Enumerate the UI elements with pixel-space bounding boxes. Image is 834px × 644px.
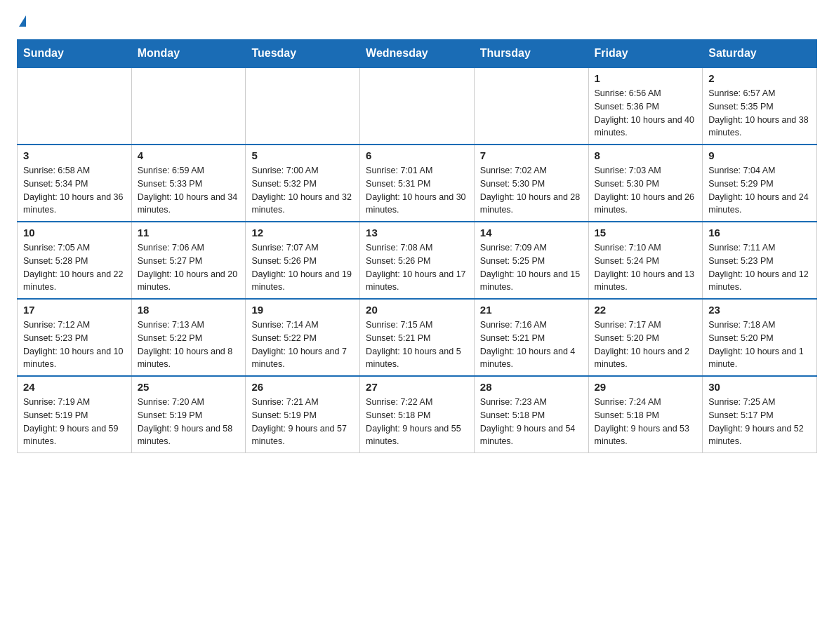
calendar-day-cell: 6Sunrise: 7:01 AMSunset: 5:31 PMDaylight… — [360, 145, 475, 222]
calendar-day-cell — [246, 67, 360, 145]
calendar-day-cell: 12Sunrise: 7:07 AMSunset: 5:26 PMDayligh… — [246, 222, 360, 299]
calendar-day-cell: 23Sunrise: 7:18 AMSunset: 5:20 PMDayligh… — [703, 299, 817, 376]
day-number: 7 — [480, 149, 583, 161]
day-detail: Sunrise: 7:06 AMSunset: 5:27 PMDaylight:… — [138, 241, 240, 294]
day-detail: Sunrise: 7:19 AMSunset: 5:19 PMDaylight:… — [23, 396, 126, 448]
calendar-day-cell: 4Sunrise: 6:59 AMSunset: 5:33 PMDaylight… — [131, 145, 246, 222]
calendar-day-cell: 7Sunrise: 7:02 AMSunset: 5:30 PMDaylight… — [474, 145, 588, 222]
day-number: 1 — [595, 72, 697, 84]
day-detail: Sunrise: 7:05 AMSunset: 5:28 PMDaylight:… — [23, 241, 126, 294]
calendar-day-cell: 27Sunrise: 7:22 AMSunset: 5:18 PMDayligh… — [360, 376, 475, 453]
day-number: 29 — [595, 381, 697, 393]
day-detail: Sunrise: 7:24 AMSunset: 5:18 PMDaylight:… — [595, 396, 697, 448]
day-detail: Sunrise: 7:18 AMSunset: 5:20 PMDaylight:… — [708, 318, 811, 371]
calendar-week-row: 17Sunrise: 7:12 AMSunset: 5:23 PMDayligh… — [18, 299, 817, 376]
day-detail: Sunrise: 7:21 AMSunset: 5:19 PMDaylight:… — [251, 396, 354, 448]
calendar-day-cell: 30Sunrise: 7:25 AMSunset: 5:17 PMDayligh… — [703, 376, 817, 453]
day-detail: Sunrise: 7:11 AMSunset: 5:23 PMDaylight:… — [708, 241, 811, 294]
day-number: 17 — [23, 304, 126, 316]
day-number: 27 — [366, 381, 468, 393]
day-of-week-header: Thursday — [474, 40, 588, 68]
calendar-day-cell: 1Sunrise: 6:56 AMSunset: 5:36 PMDaylight… — [588, 67, 703, 145]
calendar-week-row: 24Sunrise: 7:19 AMSunset: 5:19 PMDayligh… — [18, 376, 817, 453]
calendar-day-cell: 19Sunrise: 7:14 AMSunset: 5:22 PMDayligh… — [246, 299, 360, 376]
day-number: 23 — [708, 304, 811, 316]
calendar-day-cell: 2Sunrise: 6:57 AMSunset: 5:35 PMDaylight… — [703, 67, 817, 145]
day-number: 12 — [251, 227, 354, 239]
day-number: 4 — [138, 149, 240, 161]
day-detail: Sunrise: 7:12 AMSunset: 5:23 PMDaylight:… — [23, 318, 126, 371]
day-detail: Sunrise: 6:56 AMSunset: 5:36 PMDaylight:… — [595, 87, 697, 140]
day-number: 11 — [138, 227, 240, 239]
day-number: 8 — [595, 149, 697, 161]
calendar-day-cell: 24Sunrise: 7:19 AMSunset: 5:19 PMDayligh… — [18, 376, 132, 453]
day-number: 30 — [708, 381, 811, 393]
day-detail: Sunrise: 7:22 AMSunset: 5:18 PMDaylight:… — [366, 396, 468, 448]
day-detail: Sunrise: 7:03 AMSunset: 5:30 PMDaylight:… — [595, 164, 697, 217]
calendar-day-cell: 11Sunrise: 7:06 AMSunset: 5:27 PMDayligh… — [131, 222, 246, 299]
calendar-day-cell: 3Sunrise: 6:58 AMSunset: 5:34 PMDaylight… — [18, 145, 132, 222]
calendar-header-row: SundayMondayTuesdayWednesdayThursdayFrid… — [18, 40, 817, 68]
calendar-day-cell: 5Sunrise: 7:00 AMSunset: 5:32 PMDaylight… — [246, 145, 360, 222]
day-of-week-header: Wednesday — [360, 40, 475, 68]
calendar-day-cell: 22Sunrise: 7:17 AMSunset: 5:20 PMDayligh… — [588, 299, 703, 376]
day-of-week-header: Saturday — [703, 40, 817, 68]
calendar-day-cell: 17Sunrise: 7:12 AMSunset: 5:23 PMDayligh… — [18, 299, 132, 376]
calendar-day-cell: 26Sunrise: 7:21 AMSunset: 5:19 PMDayligh… — [246, 376, 360, 453]
calendar-day-cell: 14Sunrise: 7:09 AMSunset: 5:25 PMDayligh… — [474, 222, 588, 299]
calendar-day-cell — [360, 67, 475, 145]
day-detail: Sunrise: 7:01 AMSunset: 5:31 PMDaylight:… — [366, 164, 468, 217]
day-number: 21 — [480, 304, 583, 316]
day-number: 22 — [595, 304, 697, 316]
calendar-day-cell: 10Sunrise: 7:05 AMSunset: 5:28 PMDayligh… — [18, 222, 132, 299]
calendar-day-cell: 16Sunrise: 7:11 AMSunset: 5:23 PMDayligh… — [703, 222, 817, 299]
day-detail: Sunrise: 7:14 AMSunset: 5:22 PMDaylight:… — [251, 318, 354, 371]
day-number: 18 — [138, 304, 240, 316]
day-detail: Sunrise: 6:59 AMSunset: 5:33 PMDaylight:… — [138, 164, 240, 217]
calendar-table: SundayMondayTuesdayWednesdayThursdayFrid… — [17, 39, 817, 453]
calendar-day-cell: 8Sunrise: 7:03 AMSunset: 5:30 PMDaylight… — [588, 145, 703, 222]
day-detail: Sunrise: 7:09 AMSunset: 5:25 PMDaylight:… — [480, 241, 583, 294]
day-of-week-header: Tuesday — [246, 40, 360, 68]
day-number: 14 — [480, 227, 583, 239]
calendar-day-cell: 15Sunrise: 7:10 AMSunset: 5:24 PMDayligh… — [588, 222, 703, 299]
page-header — [17, 17, 817, 28]
day-detail: Sunrise: 7:02 AMSunset: 5:30 PMDaylight:… — [480, 164, 583, 217]
calendar-week-row: 3Sunrise: 6:58 AMSunset: 5:34 PMDaylight… — [18, 145, 817, 222]
day-detail: Sunrise: 7:00 AMSunset: 5:32 PMDaylight:… — [251, 164, 354, 217]
day-detail: Sunrise: 7:15 AMSunset: 5:21 PMDaylight:… — [366, 318, 468, 371]
day-detail: Sunrise: 7:07 AMSunset: 5:26 PMDaylight:… — [251, 241, 354, 294]
calendar-day-cell: 28Sunrise: 7:23 AMSunset: 5:18 PMDayligh… — [474, 376, 588, 453]
day-number: 10 — [23, 227, 126, 239]
day-number: 13 — [366, 227, 468, 239]
day-number: 9 — [708, 149, 811, 161]
day-detail: Sunrise: 7:25 AMSunset: 5:17 PMDaylight:… — [708, 396, 811, 448]
calendar-day-cell — [474, 67, 588, 145]
day-number: 2 — [708, 72, 811, 84]
day-number: 19 — [251, 304, 354, 316]
day-detail: Sunrise: 6:58 AMSunset: 5:34 PMDaylight:… — [23, 164, 126, 217]
day-number: 3 — [23, 149, 126, 161]
day-detail: Sunrise: 7:04 AMSunset: 5:29 PMDaylight:… — [708, 164, 811, 217]
day-number: 6 — [366, 149, 468, 161]
logo — [17, 17, 26, 28]
day-number: 26 — [251, 381, 354, 393]
day-detail: Sunrise: 7:08 AMSunset: 5:26 PMDaylight:… — [366, 241, 468, 294]
day-detail: Sunrise: 7:13 AMSunset: 5:22 PMDaylight:… — [138, 318, 240, 371]
day-number: 20 — [366, 304, 468, 316]
calendar-week-row: 1Sunrise: 6:56 AMSunset: 5:36 PMDaylight… — [18, 67, 817, 145]
calendar-day-cell: 21Sunrise: 7:16 AMSunset: 5:21 PMDayligh… — [474, 299, 588, 376]
day-number: 24 — [23, 381, 126, 393]
calendar-week-row: 10Sunrise: 7:05 AMSunset: 5:28 PMDayligh… — [18, 222, 817, 299]
calendar-day-cell: 18Sunrise: 7:13 AMSunset: 5:22 PMDayligh… — [131, 299, 246, 376]
logo-triangle-icon — [19, 15, 26, 27]
day-of-week-header: Monday — [131, 40, 246, 68]
calendar-day-cell: 29Sunrise: 7:24 AMSunset: 5:18 PMDayligh… — [588, 376, 703, 453]
calendar-day-cell — [18, 67, 132, 145]
day-number: 25 — [138, 381, 240, 393]
calendar-day-cell: 20Sunrise: 7:15 AMSunset: 5:21 PMDayligh… — [360, 299, 475, 376]
day-detail: Sunrise: 7:17 AMSunset: 5:20 PMDaylight:… — [595, 318, 697, 371]
day-detail: Sunrise: 6:57 AMSunset: 5:35 PMDaylight:… — [708, 87, 811, 140]
calendar-day-cell — [131, 67, 246, 145]
day-number: 5 — [251, 149, 354, 161]
